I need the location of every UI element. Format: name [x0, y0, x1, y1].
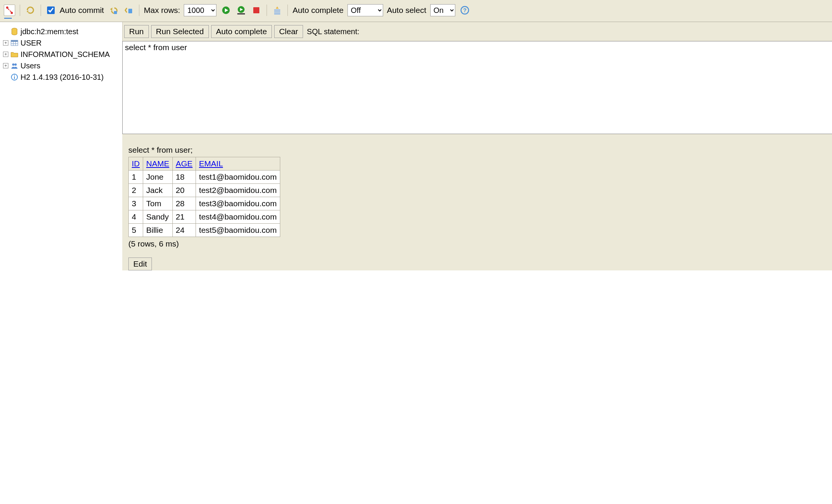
table-cell: 4: [129, 210, 143, 224]
tree-node-users[interactable]: + Users: [3, 60, 122, 71]
column-header[interactable]: AGE: [172, 157, 196, 171]
separator: [20, 5, 20, 16]
auto-complete-label: Auto complete: [292, 6, 343, 15]
table-cell: 3: [129, 197, 143, 210]
table-row: 3Tom28test3@baomidou.com: [129, 197, 280, 210]
svg-rect-23: [14, 75, 15, 76]
run-button[interactable]: Run: [124, 25, 149, 38]
svg-rect-7: [253, 7, 259, 13]
max-rows-select[interactable]: 1000: [184, 4, 216, 16]
auto-commit-label: Auto commit: [60, 6, 104, 15]
svg-rect-22: [14, 76, 15, 79]
table-cell: Jone: [143, 171, 173, 184]
tree-node-information-schema[interactable]: + INFORMATION_SCHEMA: [3, 49, 122, 60]
query-echo: select * from user;: [122, 134, 832, 157]
table-header-row: IDNAMEAGEEMAIL: [129, 157, 280, 171]
expand-icon[interactable]: +: [3, 63, 8, 68]
table-row: 4Sandy21test4@baomidou.com: [129, 210, 280, 224]
tree-node-label: Users: [21, 62, 40, 70]
main-toolbar: Auto commit Max rows: 1000 Auto complete…: [0, 0, 832, 22]
db-tree: jdbc:h2:mem:test + USER + INFORMATION_SC…: [0, 22, 122, 83]
auto-select-label: Auto select: [387, 6, 426, 15]
separator: [267, 5, 267, 16]
svg-text:?: ?: [463, 7, 466, 13]
edit-button[interactable]: [128, 258, 152, 270]
svg-rect-8: [274, 9, 280, 11]
sql-panel: Run Run Selected Auto complete Clear SQL…: [122, 22, 832, 270]
separator: [41, 5, 41, 16]
table-row: 1Jone18test1@baomidou.com: [129, 171, 280, 184]
connection-label: jdbc:h2:mem:test: [21, 27, 78, 36]
stop-icon[interactable]: [251, 5, 262, 16]
svg-rect-3: [128, 9, 132, 13]
database-icon: [11, 28, 18, 35]
svg-rect-15: [11, 40, 18, 42]
max-rows-label: Max rows:: [144, 6, 180, 15]
info-icon: [11, 73, 18, 81]
auto-complete-select[interactable]: Off: [347, 4, 383, 16]
refresh-icon[interactable]: [25, 5, 36, 16]
table-cell: Tom: [143, 197, 173, 210]
tree-node-user[interactable]: + USER: [3, 37, 122, 49]
table-cell: Sandy: [143, 210, 173, 224]
svg-rect-9: [274, 11, 280, 13]
table-row: 2Jack20test2@baomidou.com: [129, 184, 280, 197]
svg-point-20: [14, 63, 17, 66]
expand-icon[interactable]: +: [3, 40, 8, 46]
table-icon: [11, 39, 18, 47]
separator: [139, 5, 139, 16]
sql-input[interactable]: [122, 41, 832, 134]
table-cell: test2@baomidou.com: [196, 184, 280, 197]
table-cell: 21: [172, 210, 196, 224]
table-cell: 18: [172, 171, 196, 184]
table-cell: 24: [172, 224, 196, 237]
disconnect-icon[interactable]: [4, 5, 15, 16]
column-header[interactable]: ID: [129, 157, 143, 171]
table-row: 5Billie24test5@baomidou.com: [129, 224, 280, 237]
auto-commit-checkbox[interactable]: [47, 6, 55, 14]
table-cell: Billie: [143, 224, 173, 237]
svg-rect-10: [274, 13, 280, 14]
run-selected-button[interactable]: Run Selected: [151, 25, 209, 38]
auto-select-select[interactable]: On: [430, 4, 455, 16]
result-table: IDNAMEAGEEMAIL 1Jone18test1@baomidou.com…: [128, 157, 280, 237]
table-cell: 20: [172, 184, 196, 197]
svg-point-19: [12, 63, 14, 66]
auto-complete-button[interactable]: Auto complete: [211, 25, 272, 38]
column-header[interactable]: EMAIL: [196, 157, 280, 171]
run-icon[interactable]: [220, 5, 232, 16]
table-cell: 5: [129, 224, 143, 237]
expand-icon[interactable]: +: [3, 52, 8, 57]
help-icon[interactable]: ?: [459, 5, 470, 16]
command-bar: Run Run Selected Auto complete Clear SQL…: [122, 22, 832, 41]
users-icon: [11, 62, 18, 70]
history-icon[interactable]: [272, 5, 283, 16]
table-cell: test3@baomidou.com: [196, 197, 280, 210]
table-cell: 2: [129, 184, 143, 197]
table-cell: test1@baomidou.com: [196, 171, 280, 184]
undo-icon[interactable]: [108, 5, 119, 16]
table-cell: 28: [172, 197, 196, 210]
clear-button[interactable]: Clear: [274, 25, 303, 38]
svg-rect-2: [114, 11, 117, 14]
run-selected-icon[interactable]: [235, 5, 247, 16]
column-header[interactable]: NAME: [143, 157, 173, 171]
commit-icon[interactable]: [123, 5, 134, 16]
result-summary: (5 rows, 6 ms): [122, 237, 832, 248]
table-cell: test5@baomidou.com: [196, 224, 280, 237]
sql-statement-label: SQL statement:: [307, 27, 359, 36]
svg-rect-6: [237, 13, 245, 14]
connection-row[interactable]: jdbc:h2:mem:test: [3, 26, 122, 37]
version-label: H2 1.4.193 (2016-10-31): [21, 73, 104, 82]
table-cell: Jack: [143, 184, 173, 197]
table-cell: 1: [129, 171, 143, 184]
tree-node-label: USER: [21, 39, 42, 47]
separator: [287, 5, 288, 16]
tree-node-label: INFORMATION_SCHEMA: [21, 50, 110, 59]
version-row: H2 1.4.193 (2016-10-31): [3, 71, 122, 83]
folder-icon: [11, 51, 18, 58]
table-cell: test4@baomidou.com: [196, 210, 280, 224]
